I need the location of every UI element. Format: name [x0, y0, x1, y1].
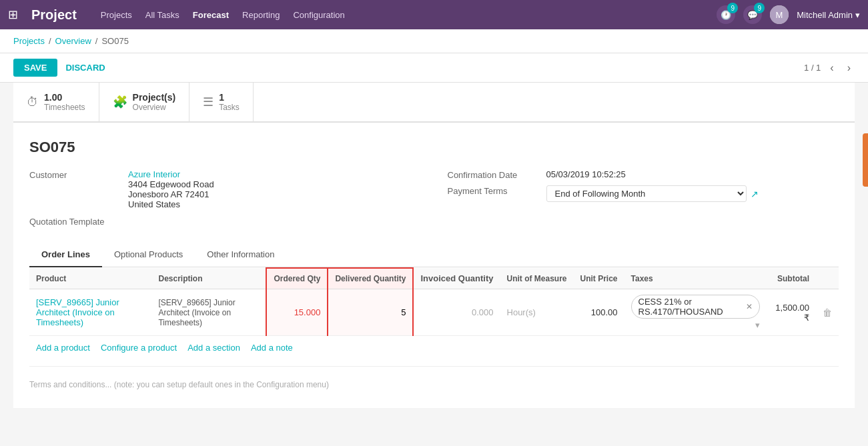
- breadcrumb-overview[interactable]: Overview: [55, 36, 91, 46]
- breadcrumb-projects[interactable]: Projects: [13, 36, 45, 46]
- col-header-subtotal: Subtotal: [767, 268, 816, 289]
- chat-badge-button[interactable]: 💬 9: [743, 5, 762, 24]
- discard-button[interactable]: DISCARD: [65, 63, 105, 73]
- nav-links: Projects All Tasks Forecast Reporting Co…: [101, 10, 706, 20]
- prev-page-button[interactable]: ‹: [826, 61, 837, 75]
- tasks-value: 1: [219, 92, 240, 103]
- so-title: SO075: [29, 139, 839, 156]
- user-menu[interactable]: Mitchell Admin ▾: [797, 10, 860, 20]
- add-section-link[interactable]: Add a section: [187, 343, 240, 353]
- add-note-link[interactable]: Add a note: [251, 343, 293, 353]
- cell-uom: Hour(s): [500, 289, 574, 336]
- app-grid-icon[interactable]: ⊞: [8, 7, 18, 22]
- customer-field: Customer Azure Interior 3404 Edgewood Ro…: [29, 169, 421, 209]
- tasks-label: Tasks: [219, 103, 240, 112]
- nav-forecast[interactable]: Forecast: [193, 10, 229, 20]
- clock-badge-count: 9: [727, 3, 738, 13]
- order-table: Product Description Ordered Qty Delivere…: [29, 267, 839, 336]
- table-row: [SERV_89665] Junior Architect (Invoice o…: [29, 289, 839, 336]
- breadcrumb-sep1: /: [49, 36, 51, 46]
- nav-projects[interactable]: Projects: [101, 10, 132, 20]
- delete-row-icon[interactable]: 🗑: [823, 307, 832, 318]
- next-page-button[interactable]: ›: [843, 61, 855, 75]
- tab-other-information[interactable]: Other Information: [195, 243, 286, 267]
- action-bar: SAVE DISCARD 1 / 1 ‹ ›: [0, 53, 868, 83]
- confirmation-date-label: Confirmation Date: [448, 169, 541, 180]
- nav-alltasks[interactable]: All Tasks: [145, 10, 179, 20]
- tax-label: CESS 21% or RS.4170/THOUSAND: [638, 297, 742, 317]
- uom-value: Hour(s): [507, 307, 536, 317]
- clock-badge-button[interactable]: 🕐 9: [717, 5, 735, 24]
- form-col-right: Confirmation Date 05/03/2019 10:52:25 Pa…: [448, 169, 839, 232]
- col-header-delivered-qty: Delivered Quantity: [328, 268, 413, 289]
- confirmation-date-value: 05/03/2019 10:52:25: [546, 169, 626, 179]
- add-links: Add a product Configure a product Add a …: [29, 337, 839, 358]
- app-title: Project: [31, 7, 77, 23]
- ordered-qty-value: 15.000: [294, 307, 321, 317]
- pagination: 1 / 1 ‹ ›: [804, 61, 855, 75]
- timesheets-label: Timesheets: [44, 103, 85, 112]
- tab-optional-products[interactable]: Optional Products: [102, 243, 195, 267]
- cell-product: [SERV_89665] Junior Architect (Invoice o…: [29, 289, 151, 336]
- page-count: 1 / 1: [804, 63, 821, 73]
- tasks-info: 1 Tasks: [219, 92, 240, 112]
- save-button[interactable]: SAVE: [13, 59, 57, 77]
- col-header-actions: [816, 268, 839, 289]
- scroll-indicator: [863, 133, 868, 187]
- unit-price-value: 100.00: [591, 307, 618, 317]
- add-product-link[interactable]: Add a product: [36, 343, 90, 353]
- col-header-unit-price: Unit Price: [574, 268, 624, 289]
- quotation-template-label: Quotation Template: [29, 216, 123, 227]
- payment-terms-field: Payment Terms End of Following Month ↗: [448, 185, 839, 202]
- cell-ordered-qty: 15.000: [266, 289, 328, 336]
- nav-configuration[interactable]: Configuration: [293, 10, 344, 20]
- tax-badge: CESS 21% or RS.4170/THOUSAND ✕: [631, 295, 760, 319]
- delivered-qty-input[interactable]: [372, 307, 406, 317]
- tasks-stat[interactable]: ☰ 1 Tasks: [189, 83, 254, 121]
- quotation-template-field: Quotation Template: [29, 216, 421, 228]
- cell-taxes: CESS 21% or RS.4170/THOUSAND ✕ ▾: [624, 289, 767, 336]
- cell-invoiced-qty: 0.000: [413, 289, 500, 336]
- customer-value: Azure Interior 3404 Edgewood Road Jonesb…: [128, 169, 214, 209]
- puzzle-icon: 🧩: [113, 95, 127, 109]
- svg-text:M: M: [776, 10, 783, 20]
- nav-right: 🕐 9 💬 9 M Mitchell Admin ▾: [717, 5, 860, 24]
- tasks-icon: ☰: [203, 95, 213, 109]
- tax-remove-icon[interactable]: ✕: [746, 302, 753, 311]
- avatar: M: [770, 5, 789, 24]
- tax-container: CESS 21% or RS.4170/THOUSAND ✕ ▾: [631, 295, 760, 330]
- customer-label: Customer: [29, 169, 123, 180]
- breadcrumb-sep2: /: [95, 36, 98, 46]
- nav-reporting[interactable]: Reporting: [242, 10, 280, 20]
- cell-delete: 🗑: [816, 289, 839, 336]
- tabs: Order Lines Optional Products Other Info…: [29, 243, 839, 267]
- timesheets-stat[interactable]: ⏱ 1.00 Timesheets: [13, 83, 99, 121]
- clock-stat-icon: ⏱: [27, 95, 39, 109]
- projects-stat[interactable]: 🧩 Project(s) Overview: [99, 83, 190, 121]
- product-link[interactable]: [SERV_89665] Junior Architect (Invoice o…: [36, 297, 145, 327]
- configure-product-link[interactable]: Configure a product: [101, 343, 177, 353]
- col-header-uom: Unit of Measure: [500, 268, 574, 289]
- chevron-down-tax-icon[interactable]: ▾: [755, 320, 760, 330]
- cell-delivered-qty[interactable]: [328, 289, 413, 336]
- cell-unit-price: 100.00: [574, 289, 624, 336]
- subtotal-value: 1,500.00 ₹: [775, 303, 809, 323]
- customer-addr2: Jonesboro AR 72401: [128, 189, 214, 199]
- customer-name-link[interactable]: Azure Interior: [128, 169, 180, 179]
- customer-addr1: 3404 Edgewood Road: [128, 179, 214, 189]
- payment-terms-label: Payment Terms: [448, 185, 541, 196]
- timesheets-info: 1.00 Timesheets: [44, 92, 85, 112]
- main-content: SO075 Customer Azure Interior 3404 Edgew…: [13, 123, 855, 408]
- confirmation-date-field: Confirmation Date 05/03/2019 10:52:25: [448, 169, 839, 181]
- chat-badge-count: 9: [754, 3, 765, 13]
- payment-terms-select[interactable]: End of Following Month: [546, 185, 747, 202]
- projects-label: Project(s): [133, 92, 176, 103]
- col-header-invoiced-qty: Invoiced Quantity: [413, 268, 500, 289]
- tab-order-lines[interactable]: Order Lines: [29, 243, 102, 267]
- customer-addr3: United States: [128, 199, 214, 209]
- external-link-icon[interactable]: ↗: [751, 189, 759, 199]
- form-row: Customer Azure Interior 3404 Edgewood Ro…: [29, 169, 839, 232]
- col-header-ordered-qty: Ordered Qty: [266, 268, 328, 289]
- overview-label: Overview: [133, 103, 176, 112]
- terms-text: Terms and conditions... (note: you can s…: [29, 366, 839, 395]
